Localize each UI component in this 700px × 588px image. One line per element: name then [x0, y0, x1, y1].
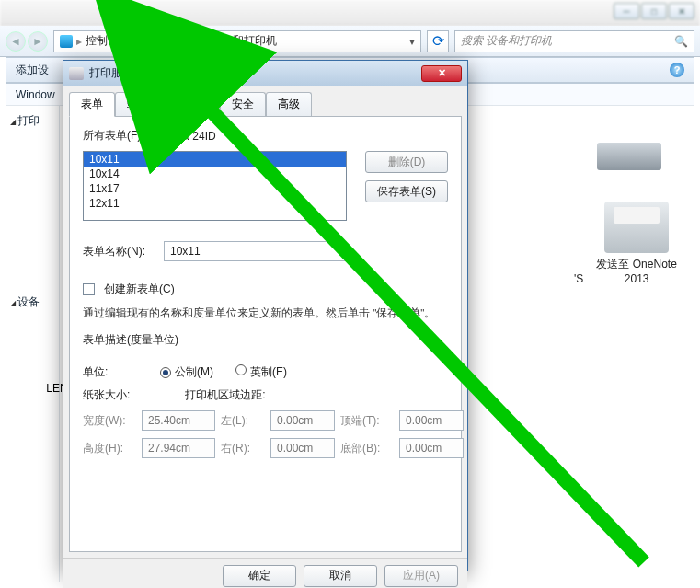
device-printer-ps[interactable]: 'S 发送至 OneNote 2013: [574, 202, 684, 285]
list-item[interactable]: 11x17: [84, 181, 346, 196]
form-name-label: 表单名称(N):: [83, 244, 155, 259]
printer-icon: [604, 202, 669, 253]
dialog-titlebar[interactable]: 打印服务器 属性 ✕: [63, 61, 467, 86]
save-form-button[interactable]: 保存表单(S): [365, 180, 448, 202]
top-input[interactable]: 0.00cm: [399, 410, 464, 431]
breadcrumb-seg-2[interactable]: 硬件和声音: [143, 33, 198, 49]
list-item[interactable]: 10x11: [84, 152, 346, 167]
all-forms-label: 所有表单(F):: [83, 128, 144, 144]
forward-button[interactable]: ►: [28, 31, 48, 52]
tab-forms[interactable]: 表单: [69, 92, 115, 117]
tab-security[interactable]: 安全: [220, 92, 266, 116]
list-item[interactable]: 10x14: [84, 167, 346, 181]
tab-advanced[interactable]: 高级: [266, 92, 312, 116]
all-forms-value: USER 24ID: [159, 130, 216, 143]
form-name-input[interactable]: 10x11: [164, 241, 346, 261]
minimize-button[interactable]: ─: [614, 3, 639, 19]
radio-imperial[interactable]: 英制(E): [235, 364, 287, 380]
breadcrumb-seg-3[interactable]: 设备和打印机: [211, 33, 277, 49]
height-label: 高度(H):: [83, 441, 136, 456]
breadcrumb[interactable]: ▸ 控制面板 ▸ 硬件和声音 ▸ 设备和打印机 ▾: [53, 30, 421, 52]
height-input[interactable]: 27.94cm: [142, 438, 215, 458]
dialog-close-button[interactable]: ✕: [421, 65, 462, 82]
left-label: 左(L):: [221, 413, 265, 429]
bottom-input[interactable]: 0.00cm: [399, 438, 464, 458]
add-device-button[interactable]: 添加设: [16, 63, 49, 78]
sidebar-group-devices[interactable]: ◢设备: [10, 294, 55, 310]
create-new-form-label: 创建新表单(C): [104, 282, 175, 297]
dialog-footer: 确定 取消 应用(A): [63, 558, 467, 588]
window-titlebar: ─ □ ✕: [0, 0, 700, 26]
help-icon[interactable]: ?: [670, 63, 684, 77]
apply-button[interactable]: 应用(A): [384, 565, 458, 587]
print-server-properties-dialog: 打印服务器 属性 ✕ 表单 端口 驱 安全 高级 所有表单(F): USER 2…: [63, 60, 468, 571]
forms-listbox[interactable]: 10x11 10x14 11x17 12x11: [83, 151, 347, 221]
printer-server-icon: [69, 67, 84, 80]
cancel-button[interactable]: 取消: [304, 565, 377, 587]
top-label: 顶端(T):: [340, 413, 394, 429]
form-desc-label: 表单描述(度量单位): [83, 332, 448, 348]
search-input[interactable]: 搜索 设备和打印机 🔍: [454, 30, 694, 52]
tab-hidden[interactable]: [196, 92, 220, 116]
refresh-button[interactable]: ⟳: [427, 30, 449, 52]
tab-drivers[interactable]: 驱: [161, 92, 196, 116]
help-text: 通过编辑现有的名称和度量单位来定义新的表单。然后单击 "保存表单"。: [83, 305, 448, 321]
close-button[interactable]: ✕: [669, 3, 694, 19]
scanner-icon: [597, 143, 661, 170]
tab-body: 所有表单(F): USER 24ID 10x11 10x14 11x17 12x…: [69, 116, 462, 552]
bottom-label: 底部(B):: [340, 441, 394, 456]
search-icon: 🔍: [674, 35, 688, 48]
paper-size-label: 纸张大小:: [83, 387, 130, 403]
nav-bar: ◄ ► ▸ 控制面板 ▸ 硬件和声音 ▸ 设备和打印机 ▾ ⟳ 搜索 设备和打印…: [0, 26, 700, 57]
unit-label: 单位:: [83, 364, 138, 380]
dialog-title: 打印服务器 属性: [89, 65, 169, 81]
maximize-button[interactable]: □: [641, 3, 667, 19]
nav-back-forward: ◄ ►: [6, 31, 48, 52]
chevron-right-icon: ▸: [133, 35, 139, 48]
right-label: 右(R):: [221, 441, 265, 456]
chevron-right-icon: ▸: [201, 35, 207, 48]
chevron-right-icon: ▸: [76, 35, 82, 48]
device-scanner[interactable]: [574, 124, 684, 174]
right-input[interactable]: 0.00cm: [270, 438, 335, 458]
ok-button[interactable]: 确定: [223, 565, 296, 587]
width-input[interactable]: 25.40cm: [142, 410, 215, 431]
breadcrumb-seg-1[interactable]: 控制面板: [86, 33, 130, 49]
search-placeholder: 搜索 设备和打印机: [461, 33, 552, 49]
delete-button[interactable]: 删除(D): [365, 151, 448, 173]
tabstrip: 表单 端口 驱 安全 高级: [69, 92, 462, 116]
control-panel-icon: [60, 35, 73, 48]
tab-ports[interactable]: 端口: [115, 92, 161, 116]
radio-metric[interactable]: 公制(M): [160, 364, 213, 380]
width-label: 宽度(W):: [83, 413, 136, 429]
chevron-down-icon[interactable]: ▾: [409, 35, 415, 48]
create-new-form-checkbox[interactable]: [83, 283, 95, 295]
list-item[interactable]: 12x11: [84, 196, 346, 211]
left-input[interactable]: 0.00cm: [270, 410, 335, 431]
back-button[interactable]: ◄: [6, 31, 26, 52]
margins-label: 打印机区域边距:: [185, 387, 265, 403]
sidebar-group-printers[interactable]: ◢打印: [10, 113, 55, 129]
